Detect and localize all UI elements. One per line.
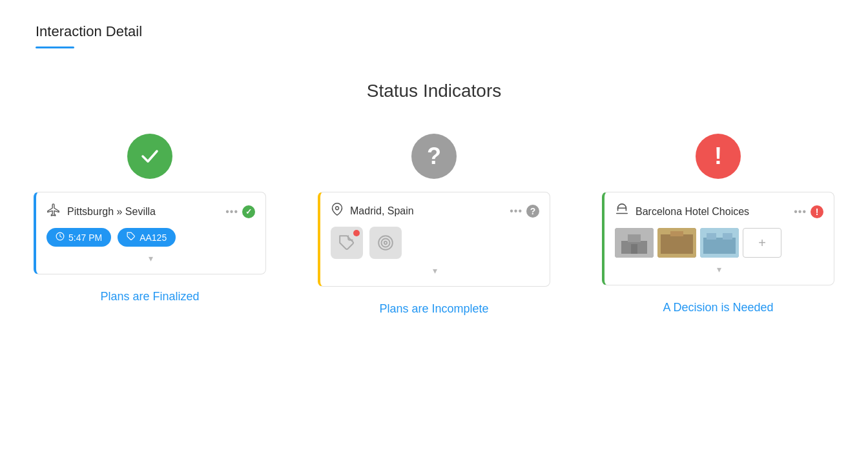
tag-flight-label: AA125 bbox=[140, 232, 167, 243]
main-content: Status Indicators bbox=[0, 48, 868, 316]
hotel-image-1 bbox=[615, 228, 654, 258]
card-title-incomplete: Madrid, Spain bbox=[350, 205, 414, 217]
svg-point-2 bbox=[336, 207, 339, 210]
card-tags-finalized: 5:47 PM AA125 bbox=[46, 228, 255, 247]
card-title-row-decision: Barcelona Hotel Choices bbox=[615, 203, 749, 220]
card-title-row-incomplete: Madrid, Spain bbox=[331, 203, 414, 219]
card-finalized: Pittsburgh » Sevilla ••• ✓ 5: bbox=[34, 192, 266, 274]
tag-icon bbox=[127, 232, 136, 243]
svg-rect-8 bbox=[628, 234, 641, 242]
tag-time-label: 5:47 PM bbox=[68, 232, 102, 243]
indicator-finalized: Pittsburgh » Sevilla ••• ✓ 5: bbox=[34, 134, 266, 304]
dots-icon-finalized: ••• bbox=[225, 206, 238, 218]
svg-rect-14 bbox=[703, 238, 736, 254]
card-header-finalized: Pittsburgh » Sevilla ••• ✓ bbox=[46, 203, 255, 220]
target-icon-box bbox=[369, 227, 402, 259]
card-menu-decision[interactable]: ••• ! bbox=[794, 205, 823, 218]
indicators-row: Pittsburgh » Sevilla ••• ✓ 5: bbox=[34, 134, 834, 316]
status-icon-green bbox=[127, 134, 172, 179]
status-icon-wrapper-incomplete: ? bbox=[411, 134, 457, 179]
card-icons-row-incomplete bbox=[331, 227, 539, 259]
card-incomplete: Madrid, Spain ••• ? bbox=[318, 192, 550, 287]
hotel-add-button[interactable]: + bbox=[743, 228, 781, 258]
svg-point-3 bbox=[378, 236, 393, 250]
location-icon bbox=[331, 203, 344, 219]
status-icon-wrapper-finalized bbox=[127, 134, 172, 179]
tag-flight: AA125 bbox=[118, 228, 176, 247]
page-title: Interaction Detail bbox=[36, 23, 832, 40]
svg-point-5 bbox=[384, 242, 387, 244]
status-icon-red: ! bbox=[696, 134, 741, 179]
svg-rect-12 bbox=[670, 231, 683, 236]
indicator-incomplete: ? Madrid, Spain ••• ? bbox=[318, 134, 550, 316]
checkmark-icon bbox=[138, 145, 161, 168]
card-header-decision: Barcelona Hotel Choices ••• ! bbox=[615, 203, 823, 220]
svg-rect-15 bbox=[707, 233, 716, 240]
puzzle-icon-box bbox=[331, 227, 363, 259]
card-bottom-incomplete: ▾ bbox=[331, 265, 539, 276]
tag-time: 5:47 PM bbox=[46, 228, 111, 247]
status-badge-finalized: ✓ bbox=[242, 205, 255, 218]
status-badge-decision: ! bbox=[811, 205, 823, 218]
card-title-finalized: Pittsburgh » Sevilla bbox=[67, 206, 156, 218]
card-bottom-decision: ▾ bbox=[615, 264, 823, 274]
card-title-row-finalized: Pittsburgh » Sevilla bbox=[46, 203, 156, 220]
card-menu-incomplete[interactable]: ••• ? bbox=[510, 205, 539, 218]
status-icon-gray: ? bbox=[411, 134, 457, 179]
red-dot bbox=[353, 230, 360, 236]
indicator-decision: ! Barcelona Hotel Choices ••• bbox=[602, 134, 834, 314]
exclamation-mark: ! bbox=[714, 145, 722, 168]
chevron-down-icon-decision: ▾ bbox=[717, 264, 721, 274]
clock-icon bbox=[56, 232, 65, 243]
status-icon-wrapper-decision: ! bbox=[696, 134, 741, 179]
page-header: Interaction Detail bbox=[0, 0, 868, 48]
section-title: Status Indicators bbox=[367, 81, 502, 101]
card-title-decision: Barcelona Hotel Choices bbox=[636, 206, 749, 218]
svg-rect-9 bbox=[631, 244, 637, 254]
svg-rect-11 bbox=[661, 234, 693, 254]
status-badge-incomplete: ? bbox=[526, 205, 539, 218]
indicator-label-decision: A Decision is Needed bbox=[663, 301, 773, 314]
question-mark: ? bbox=[427, 145, 441, 168]
svg-rect-16 bbox=[723, 233, 732, 240]
puzzle-icon bbox=[338, 234, 355, 251]
hotel-image-2 bbox=[657, 228, 696, 258]
dots-icon-decision: ••• bbox=[794, 206, 807, 218]
card-header-incomplete: Madrid, Spain ••• ? bbox=[331, 203, 539, 219]
target-icon bbox=[377, 234, 394, 251]
indicator-label-incomplete: Plans are Incomplete bbox=[379, 302, 488, 316]
dots-icon-incomplete: ••• bbox=[510, 205, 522, 217]
card-decision: Barcelona Hotel Choices ••• ! bbox=[602, 192, 834, 285]
indicator-label-finalized: Plans are Finalized bbox=[100, 290, 199, 304]
card-menu-finalized[interactable]: ••• ✓ bbox=[225, 205, 255, 218]
hotel-image-3 bbox=[700, 228, 739, 258]
hotel-images-row: + bbox=[615, 228, 823, 258]
plane-icon bbox=[46, 203, 61, 220]
chevron-down-icon-finalized: ▾ bbox=[149, 253, 153, 263]
chevron-down-icon-incomplete: ▾ bbox=[433, 265, 437, 276]
concierge-hat-icon bbox=[615, 203, 629, 220]
card-bottom-finalized: ▾ bbox=[46, 253, 255, 263]
svg-point-4 bbox=[382, 239, 390, 247]
